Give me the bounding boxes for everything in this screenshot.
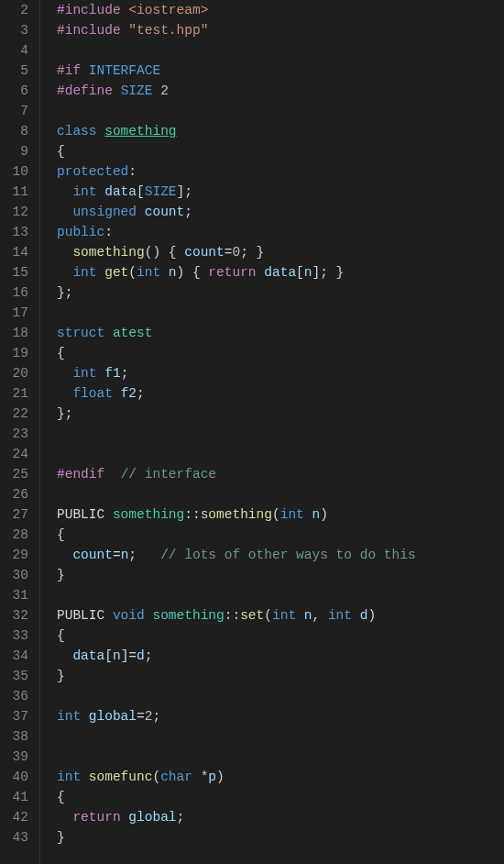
code-token: () { xyxy=(145,245,185,260)
code-line[interactable]: #if INTERFACE xyxy=(57,61,504,81)
code-token: something xyxy=(72,245,144,260)
code-token: struct xyxy=(57,326,104,340)
code-line[interactable] xyxy=(57,484,504,504)
code-token: #include xyxy=(57,23,121,38)
code-line[interactable] xyxy=(57,726,504,747)
code-token xyxy=(257,265,265,280)
code-token: something xyxy=(104,124,176,138)
code-token: = xyxy=(137,709,145,724)
code-line[interactable]: data[n]=d; xyxy=(57,646,504,666)
code-line[interactable] xyxy=(57,303,504,323)
code-token: class xyxy=(57,124,97,138)
code-line[interactable]: #define SIZE 2 xyxy=(57,81,504,101)
code-line[interactable]: int somefunc(char *p) xyxy=(57,767,504,787)
code-line[interactable] xyxy=(57,444,504,464)
code-token: p xyxy=(208,770,216,784)
code-area[interactable]: #include <iostream>#include "test.hpp"#i… xyxy=(40,0,504,864)
code-token: int xyxy=(328,608,352,623)
code-token: INTERFACE xyxy=(89,63,160,78)
code-line[interactable]: unsigned count; xyxy=(57,202,504,222)
code-line[interactable]: public: xyxy=(57,222,504,242)
line-number: 18 xyxy=(0,323,28,343)
code-token: ; xyxy=(184,205,192,219)
code-line[interactable] xyxy=(57,101,504,121)
code-token: ; xyxy=(121,366,129,381)
code-line[interactable]: struct atest xyxy=(57,323,504,343)
code-line[interactable]: float f2; xyxy=(57,383,504,404)
code-line[interactable]: }; xyxy=(57,282,504,303)
code-line[interactable]: { xyxy=(57,626,504,646)
code-line[interactable]: } xyxy=(57,827,504,847)
code-token: } xyxy=(57,568,65,582)
code-line[interactable]: return global; xyxy=(57,807,504,827)
code-token: : xyxy=(104,225,113,239)
code-token: ) xyxy=(216,770,225,784)
line-number: 29 xyxy=(0,545,28,565)
code-token: n xyxy=(312,507,321,522)
code-token xyxy=(97,124,105,138)
code-line[interactable]: { xyxy=(57,525,504,545)
code-token: ( xyxy=(264,608,272,623)
code-line[interactable]: PUBLIC void something::set(int n, int d) xyxy=(57,605,504,626)
line-number: 26 xyxy=(0,484,28,504)
code-token: int xyxy=(137,265,160,280)
code-line[interactable] xyxy=(57,424,504,444)
line-number: 21 xyxy=(0,383,28,404)
code-line[interactable]: something() { count=0; } xyxy=(57,242,504,262)
code-line[interactable]: protected: xyxy=(57,161,504,182)
code-token xyxy=(97,366,105,381)
code-token: ) xyxy=(367,608,376,623)
line-number: 7 xyxy=(0,101,28,121)
line-number: 25 xyxy=(0,464,28,484)
line-number: 24 xyxy=(0,444,28,464)
code-token xyxy=(81,709,89,724)
code-line[interactable]: { xyxy=(57,141,504,161)
code-editor[interactable]: 2345678910111213141516171819202122232425… xyxy=(0,0,504,864)
code-line[interactable] xyxy=(57,40,504,61)
code-token: :: xyxy=(184,507,200,522)
code-line[interactable]: count=n; // lots of other ways to do thi… xyxy=(57,545,504,565)
code-token: SIZE xyxy=(145,184,177,199)
code-token: return xyxy=(72,810,120,825)
line-number: 31 xyxy=(0,585,28,605)
code-line[interactable]: } xyxy=(57,666,504,686)
code-token: return xyxy=(208,265,256,280)
line-number: 22 xyxy=(0,404,28,424)
code-line[interactable]: PUBLIC something::something(int n) xyxy=(57,504,504,525)
code-token: #define xyxy=(57,83,113,98)
code-line[interactable]: #endif // interface xyxy=(57,464,504,484)
code-line[interactable] xyxy=(57,585,504,605)
code-token: ; } xyxy=(240,245,264,260)
code-line[interactable]: { xyxy=(57,787,504,807)
code-line[interactable]: int global=2; xyxy=(57,706,504,726)
line-number: 32 xyxy=(0,605,28,626)
code-line[interactable]: }; xyxy=(57,404,504,424)
code-line[interactable]: } xyxy=(57,565,504,585)
code-token: global xyxy=(89,709,137,724)
line-number: 11 xyxy=(0,182,28,202)
code-line[interactable]: #include "test.hpp" xyxy=(57,20,504,40)
code-line[interactable]: int data[SIZE]; xyxy=(57,182,504,202)
line-number: 27 xyxy=(0,504,28,525)
code-line[interactable]: #include <iostream> xyxy=(57,0,504,20)
code-token xyxy=(57,265,72,280)
code-line[interactable] xyxy=(57,747,504,767)
code-line[interactable]: { xyxy=(57,343,504,363)
code-token xyxy=(97,265,105,280)
code-token xyxy=(304,507,312,522)
code-token xyxy=(104,326,113,340)
code-token: 0 xyxy=(232,245,240,260)
code-token xyxy=(57,366,72,381)
code-line[interactable]: int get(int n) { return data[n]; } xyxy=(57,262,504,282)
line-number: 28 xyxy=(0,525,28,545)
code-line[interactable]: int f1; xyxy=(57,363,504,383)
code-line[interactable]: class something xyxy=(57,121,504,141)
code-token: atest xyxy=(113,326,153,340)
code-token: } xyxy=(57,830,65,845)
code-line[interactable] xyxy=(57,686,504,706)
code-token: : xyxy=(128,164,137,179)
code-token: #include xyxy=(57,3,121,17)
code-token: ; xyxy=(128,548,160,562)
code-token xyxy=(57,386,72,401)
line-number: 42 xyxy=(0,807,28,827)
